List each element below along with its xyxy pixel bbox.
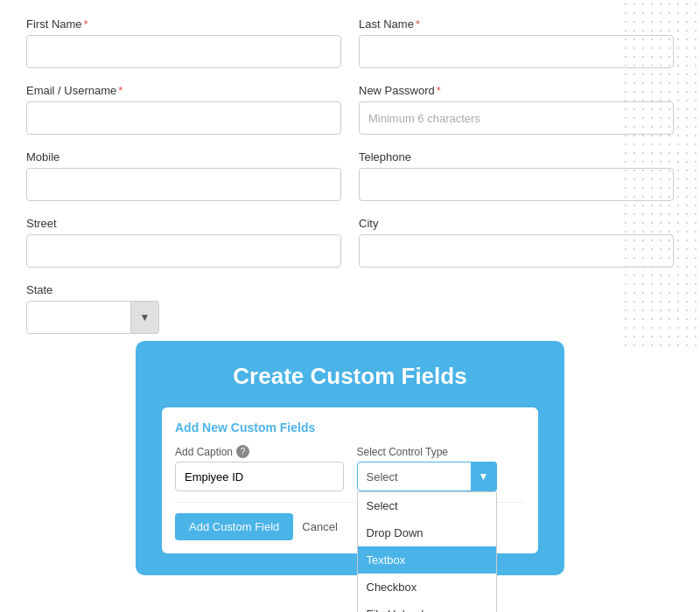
modal-inner-title: Add New Custom Fields	[175, 421, 525, 435]
caption-input[interactable]	[175, 462, 344, 491]
state-label: State	[26, 283, 159, 296]
first-name-group: First Name*	[26, 17, 341, 68]
state-input-wrapper: ▼	[26, 301, 159, 334]
state-group: State ▼	[26, 283, 159, 334]
last-name-input[interactable]	[359, 35, 674, 68]
control-type-label: Select Control Type	[357, 446, 526, 458]
state-input[interactable]	[26, 301, 131, 334]
email-group: Email / Username*	[26, 84, 341, 135]
last-name-group: Last Name*	[359, 17, 674, 68]
create-custom-fields-modal: Create Custom Fields Add New Custom Fiel…	[136, 341, 564, 575]
mobile-group: Mobile	[26, 150, 341, 201]
help-icon[interactable]: ?	[236, 445, 249, 458]
last-name-label: Last Name*	[359, 17, 674, 31]
row-state: State ▼	[26, 283, 674, 334]
control-type-group: Select Control Type Select ▼ Select Drop…	[357, 446, 526, 491]
row-mobile-telephone: Mobile Telephone	[26, 150, 674, 201]
telephone-input[interactable]	[359, 168, 674, 201]
modal-fields-row: Add Caption ? Select Control Type Select…	[175, 445, 525, 491]
modal-title: Create Custom Fields	[162, 363, 538, 390]
control-type-select-wrapper: Select ▼ Select Drop Down Textbox Checkb…	[357, 462, 497, 491]
email-label: Email / Username*	[26, 84, 341, 97]
city-input[interactable]	[359, 234, 674, 268]
row-email-password: Email / Username* New Password*	[26, 84, 674, 135]
mobile-label: Mobile	[26, 150, 341, 163]
caption-label: Add Caption ?	[175, 445, 344, 458]
street-input[interactable]	[26, 234, 341, 268]
telephone-label: Telephone	[359, 150, 674, 163]
street-label: Street	[26, 217, 341, 230]
password-required: *	[437, 84, 441, 97]
telephone-group: Telephone	[359, 150, 674, 201]
mobile-input[interactable]	[26, 168, 341, 201]
row-name: First Name* Last Name*	[26, 17, 674, 68]
first-name-required: *	[84, 17, 88, 31]
email-required: *	[118, 84, 122, 97]
caption-group: Add Caption ?	[175, 445, 344, 491]
email-input[interactable]	[26, 101, 341, 135]
option-select[interactable]: Select	[358, 492, 496, 519]
row-street-city: Street City	[26, 217, 674, 268]
password-label: New Password*	[359, 84, 674, 97]
modal-inner: Add New Custom Fields Add Caption ? Sele…	[162, 407, 538, 553]
password-input[interactable]	[359, 101, 674, 135]
dropdown-options-list: Select Drop Down Textbox Checkbox File U…	[357, 491, 497, 612]
option-file-upload[interactable]: File Upload	[358, 601, 496, 612]
city-group: City	[359, 217, 674, 268]
last-name-required: *	[416, 17, 420, 31]
city-label: City	[359, 217, 674, 230]
select-current-value: Select	[367, 470, 398, 483]
state-dropdown-button[interactable]: ▼	[131, 301, 159, 334]
option-checkbox[interactable]: Checkbox	[358, 574, 496, 601]
first-name-input[interactable]	[26, 35, 341, 68]
first-name-label: First Name*	[26, 17, 341, 31]
select-arrow-icon[interactable]: ▼	[471, 462, 497, 491]
option-dropdown[interactable]: Drop Down	[358, 519, 496, 546]
street-group: Street	[26, 217, 341, 268]
password-group: New Password*	[359, 84, 674, 135]
add-custom-field-button[interactable]: Add Custom Field	[175, 513, 293, 540]
option-textbox[interactable]: Textbox	[358, 546, 496, 574]
cancel-button[interactable]: Cancel	[302, 520, 337, 533]
